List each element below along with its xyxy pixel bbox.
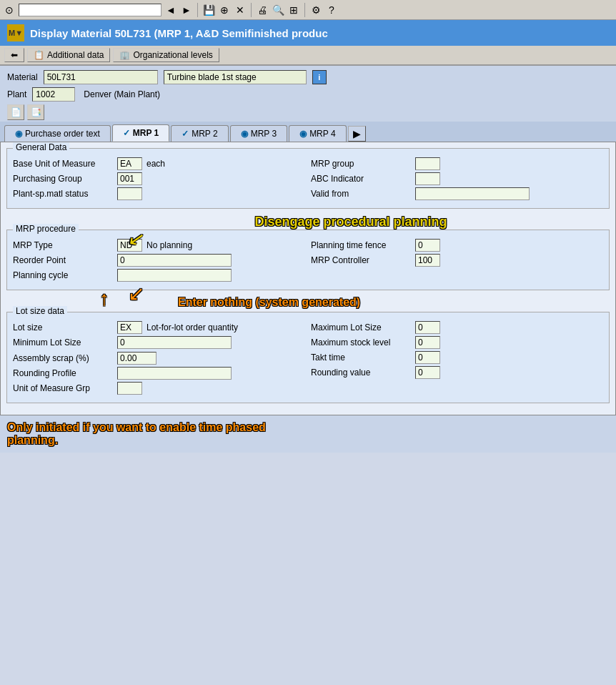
command-input[interactable]: [19, 4, 162, 16]
tab-check-0: ◉: [15, 129, 22, 139]
yellow-annotation-box: Disengage procedural planning: [254, 215, 447, 230]
reorder-point-input[interactable]: [117, 254, 232, 267]
lot-size-row: Lot size Lot-for-lot order quantity: [13, 321, 305, 334]
lot-size-right: Maximum Lot Size Maximum stock level Tak…: [311, 321, 603, 397]
tab-purchase-order-text[interactable]: ◉ Purchase order text: [4, 125, 111, 142]
min-lot-size-label: Minimum Lot Size: [13, 337, 113, 348]
yellow-annotation-container: Disengage procedural planning: [92, 215, 610, 230]
rounding-value-label: Rounding value: [311, 368, 411, 378]
orange-annotation-box: Enter nothing (system generated): [178, 296, 360, 309]
main-content: General Data Base Unit of Measure each P…: [0, 142, 616, 415]
general-data-body: Base Unit of Measure each Purchasing Gro…: [7, 149, 609, 208]
print-icon[interactable]: 🖨: [256, 4, 269, 16]
purchasing-group-input[interactable]: [117, 172, 142, 185]
yellow-annotation-text: Disengage procedural planning: [254, 215, 447, 229]
mrp-controller-input[interactable]: [415, 254, 440, 267]
cancel-icon[interactable]: ✕: [234, 4, 247, 16]
shortcut-icon[interactable]: ⊕: [218, 4, 231, 16]
action-icon-2[interactable]: 📑: [27, 104, 44, 120]
tab-scroll-right[interactable]: ▶: [348, 126, 366, 142]
tab-label-2: MRP 2: [192, 129, 217, 139]
planning-time-fence-label: Planning time fence: [311, 240, 411, 250]
mrp-right: Planning time fence MRP Controller: [311, 239, 603, 284]
tab-label-1: MRP 1: [133, 128, 159, 138]
planning-cycle-input[interactable]: [117, 269, 232, 282]
uom-grp-input[interactable]: [117, 382, 142, 395]
info-button[interactable]: i: [312, 70, 327, 84]
purchasing-group-row: Purchasing Group: [13, 172, 305, 185]
settings-icon[interactable]: ⚙: [309, 4, 322, 16]
reorder-point-label: Reorder Point: [13, 255, 113, 265]
orange-arrow-up-icon: ↑: [99, 287, 109, 310]
takt-time-label: Takt time: [311, 353, 411, 363]
material-input[interactable]: [44, 70, 158, 84]
planning-time-fence-row: Planning time fence: [311, 239, 603, 252]
mrp-procedure-section: MRP procedure MRP Type No planning Reord…: [6, 230, 610, 290]
mrp-controller-row: MRP Controller: [311, 254, 603, 267]
tab-check-1: ✓: [123, 128, 130, 138]
plant-name: Denver (Main Plant): [81, 89, 160, 99]
base-unit-text: each: [146, 159, 165, 169]
top-toolbar: ⊙ ◄ ► 💾 ⊕ ✕ 🖨 🔍 ⊞ ⚙ ?: [0, 0, 616, 20]
lot-size-body: Lot size Lot-for-lot order quantity Mini…: [7, 312, 609, 403]
title-icon: M▼: [7, 24, 24, 41]
mrp-type-text: No planning: [146, 240, 192, 250]
help-icon[interactable]: ?: [325, 4, 338, 16]
rounding-profile-input[interactable]: [117, 367, 232, 380]
max-lot-size-input[interactable]: [415, 321, 440, 334]
base-unit-input[interactable]: [117, 157, 142, 170]
forward-nav-icon[interactable]: ►: [180, 4, 193, 16]
rounding-profile-label: Rounding Profile: [13, 368, 113, 378]
action-icon-1[interactable]: 📄: [7, 104, 24, 120]
base-unit-row: Base Unit of Measure each: [13, 157, 305, 170]
plant-matl-status-input[interactable]: [117, 187, 142, 200]
tab-mrp3[interactable]: ◉ MRP 3: [230, 125, 287, 142]
system-icon[interactable]: ⊙: [3, 4, 16, 16]
tab-mrp2[interactable]: ✓ MRP 2: [171, 125, 228, 142]
planning-time-fence-input[interactable]: [415, 239, 440, 252]
tab-label-4: MRP 4: [309, 129, 335, 139]
abc-indicator-label: ABC Indicator: [311, 174, 411, 184]
takt-time-input[interactable]: [415, 351, 440, 364]
lot-size-text: Lot-for-lot order quantity: [146, 322, 238, 332]
back-nav-icon[interactable]: ◄: [164, 4, 177, 16]
tabs-bar: ◉ Purchase order text ✓ MRP 1 ✓ MRP 2 ◉ …: [0, 122, 616, 142]
tab-mrp1[interactable]: ✓ MRP 1: [112, 124, 169, 142]
plant-input[interactable]: [32, 87, 75, 102]
rounding-value-input[interactable]: [415, 366, 440, 379]
mrp-group-input[interactable]: [415, 157, 440, 170]
planning-cycle-row: Planning cycle: [13, 269, 305, 282]
separator2: [251, 3, 252, 17]
rounding-value-row: Rounding value: [311, 366, 603, 379]
back-button[interactable]: ⬅: [4, 48, 24, 62]
max-lot-size-label: Maximum Lot Size: [311, 322, 411, 332]
material-label: Material: [7, 72, 38, 82]
material-description-input[interactable]: [164, 70, 307, 84]
find-icon[interactable]: 🔍: [272, 4, 284, 16]
min-lot-size-input[interactable]: [117, 336, 232, 349]
general-data-section: General Data Base Unit of Measure each P…: [6, 148, 610, 209]
lot-size-input[interactable]: [117, 321, 142, 334]
lot-size-left: Lot size Lot-for-lot order quantity Mini…: [13, 321, 305, 397]
valid-from-row: Valid from: [311, 187, 603, 200]
tab-mrp4[interactable]: ◉ MRP 4: [289, 125, 346, 142]
max-stock-level-input[interactable]: [415, 336, 440, 349]
valid-from-input[interactable]: [415, 187, 530, 200]
assembly-scrap-input[interactable]: [117, 352, 157, 365]
plant-matl-status-row: Plant-sp.matl status: [13, 187, 305, 200]
assembly-scrap-row: Assembly scrap (%): [13, 352, 305, 365]
save-icon[interactable]: 💾: [202, 4, 215, 16]
abc-indicator-input[interactable]: [415, 172, 440, 185]
rounding-profile-row: Rounding Profile: [13, 367, 305, 380]
mrp-procedure-body: MRP Type No planning Reorder Point Plann…: [7, 230, 609, 290]
mrp-group-label: MRP group: [311, 159, 411, 169]
plant-matl-status-label: Plant-sp.matl status: [13, 189, 113, 199]
material-info-section: Material i Plant Denver (Main Plant): [0, 66, 616, 103]
bottom-annotation-line2: planning.: [7, 434, 266, 447]
abc-indicator-row: ABC Indicator: [311, 172, 603, 185]
title-icon-label: M▼: [9, 29, 23, 37]
additional-data-label: Additional data: [47, 50, 104, 60]
find2-icon[interactable]: ⊞: [287, 4, 300, 16]
additional-data-button[interactable]: 📋 Additional data: [27, 48, 110, 62]
org-levels-button[interactable]: 🏢 Organizational levels: [113, 48, 219, 62]
